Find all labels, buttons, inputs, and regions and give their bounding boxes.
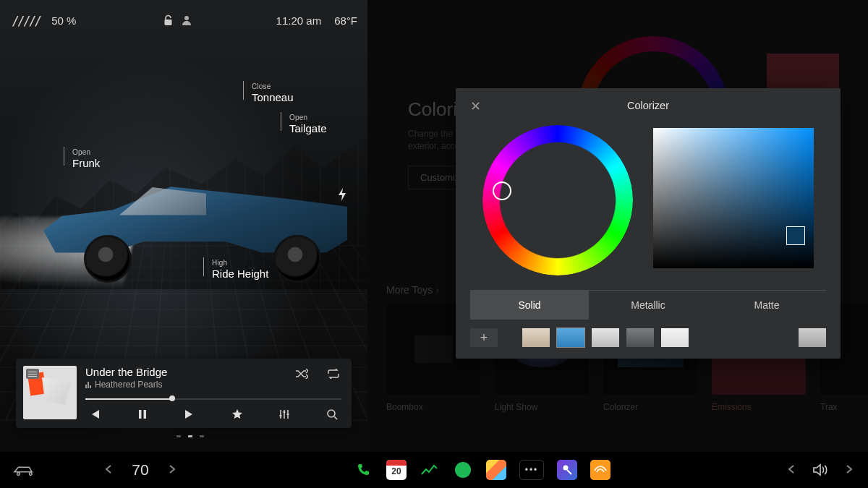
calendar-app[interactable]: 20 xyxy=(386,460,407,480)
track-title[interactable]: Under the Bridge xyxy=(85,366,167,378)
equalizer-button[interactable] xyxy=(276,406,292,422)
color-swatch-row: + xyxy=(470,328,826,347)
media-player-card: Under the Bridge Heathered Pearls xyxy=(16,359,352,428)
frunk-control[interactable]: Open Frunk xyxy=(72,148,100,170)
karaoke-app[interactable] xyxy=(557,460,577,480)
saturation-value-box[interactable] xyxy=(653,128,814,268)
previous-track-button[interactable] xyxy=(87,406,103,422)
cabin-temperature[interactable]: 70 xyxy=(127,461,153,479)
svg-rect-2 xyxy=(139,410,142,419)
lock-icon[interactable] xyxy=(163,14,174,26)
search-button[interactable] xyxy=(324,406,340,422)
next-track-button[interactable] xyxy=(182,406,197,422)
repeat-button[interactable] xyxy=(326,366,341,382)
close-modal-button[interactable]: ✕ xyxy=(470,100,481,113)
swatch-stainless-default[interactable] xyxy=(799,328,826,347)
svg-rect-3 xyxy=(143,410,146,419)
svg-rect-4 xyxy=(280,415,282,416)
volume-up-button[interactable] xyxy=(843,463,855,478)
tonneau-caption: Close xyxy=(252,82,294,90)
temp-up-button[interactable] xyxy=(166,463,178,478)
swatch-beige[interactable] xyxy=(522,328,550,347)
album-art[interactable] xyxy=(23,366,77,419)
page-indicator[interactable] xyxy=(176,435,204,437)
hue-ring[interactable] xyxy=(482,125,633,275)
clock[interactable]: 11:20 am xyxy=(276,14,322,27)
tailgate-caption: Open xyxy=(289,114,327,121)
swatch-gray[interactable] xyxy=(626,328,654,347)
status-bar: ///// 50 % 11:20 am 68°F xyxy=(12,10,357,30)
audible-app[interactable] xyxy=(590,460,610,480)
ride-height-caption: High xyxy=(212,259,268,267)
track-artist[interactable]: Heathered Pearls xyxy=(95,380,162,390)
finish-tab-solid[interactable]: Solid xyxy=(470,291,589,320)
frunk-caption: Open xyxy=(72,148,100,156)
sv-cursor[interactable] xyxy=(786,226,805,245)
colorizer-modal: ✕ Colorizer Solid Metallic Matte + xyxy=(456,88,841,359)
svg-point-1 xyxy=(184,16,189,20)
swatch-blue[interactable] xyxy=(557,328,584,347)
phone-app[interactable] xyxy=(353,460,373,480)
ride-height-label: Ride Height xyxy=(212,268,268,281)
volume-down-button[interactable] xyxy=(786,463,797,478)
tonneau-label: Tonneau xyxy=(252,92,294,104)
tailgate-label: Tailgate xyxy=(289,123,327,135)
tonneau-control[interactable]: Close Tonneau xyxy=(252,82,294,104)
finish-tab-matte[interactable]: Matte xyxy=(707,291,826,320)
svg-rect-0 xyxy=(165,20,172,25)
svg-point-7 xyxy=(328,410,335,417)
theater-app[interactable] xyxy=(486,460,506,480)
svg-point-8 xyxy=(563,466,569,471)
volume-icon[interactable] xyxy=(810,460,830,480)
swatch-silver[interactable] xyxy=(592,328,619,347)
finish-type-tabs: Solid Metallic Matte xyxy=(470,290,826,320)
vehicle-model[interactable] xyxy=(43,170,347,278)
shuffle-button[interactable] xyxy=(294,366,310,382)
ride-height-control[interactable]: High Ride Height xyxy=(212,259,268,281)
favorite-button[interactable] xyxy=(229,406,245,422)
battery-stripes-icon: ///// xyxy=(12,13,40,28)
hue-ring-cursor[interactable] xyxy=(493,181,511,200)
svg-rect-6 xyxy=(287,414,289,415)
charge-bolt-icon[interactable] xyxy=(337,188,347,201)
pause-button[interactable] xyxy=(135,406,150,422)
app-drawer-button[interactable]: ••• xyxy=(519,460,544,480)
now-playing-icon xyxy=(85,381,91,388)
more-toys-link[interactable]: More Toys xyxy=(386,284,439,296)
bottom-dock: 70 20 ••• xyxy=(0,452,868,488)
battery-percent[interactable]: 50 % xyxy=(51,14,76,27)
stocks-app[interactable] xyxy=(420,460,440,480)
vehicle-visualization-pane: ///// 50 % 11:20 am 68°F Close Tonneau O… xyxy=(0,0,367,452)
svg-rect-5 xyxy=(284,411,286,413)
outside-temperature[interactable]: 68°F xyxy=(334,14,357,27)
finish-tab-metallic[interactable]: Metallic xyxy=(589,291,707,320)
frunk-label: Frunk xyxy=(72,158,100,170)
car-icon[interactable] xyxy=(13,460,33,480)
modal-title: Colorizer xyxy=(627,100,669,111)
tailgate-control[interactable]: Open Tailgate xyxy=(289,114,327,135)
swatch-white[interactable] xyxy=(661,328,689,347)
spotify-app[interactable] xyxy=(453,460,473,480)
media-scrubber[interactable] xyxy=(85,395,341,401)
temp-down-button[interactable] xyxy=(103,463,114,478)
playlist-icon xyxy=(26,369,39,379)
add-swatch-button[interactable]: + xyxy=(470,328,498,347)
user-profile-icon[interactable] xyxy=(181,14,192,26)
